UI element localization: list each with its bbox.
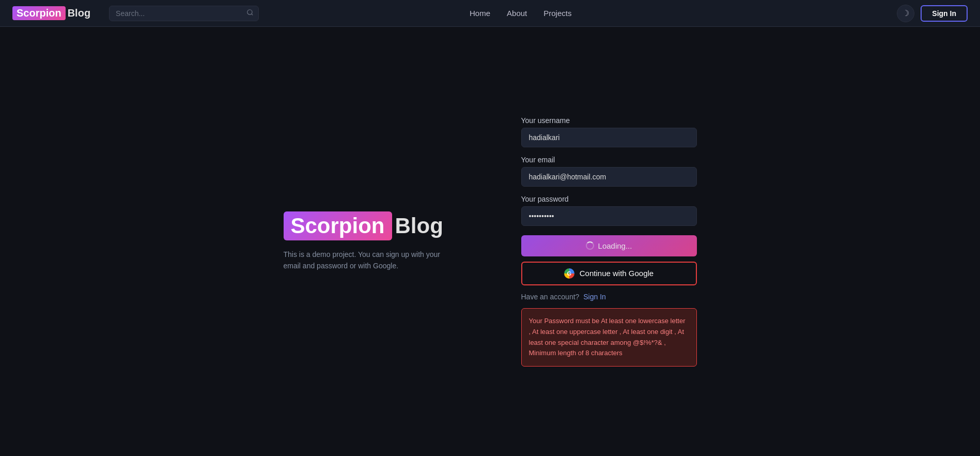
password-input[interactable]: [521, 206, 697, 226]
google-icon: G: [564, 268, 574, 279]
navbar-center: Home About Projects: [470, 9, 571, 18]
google-button-label: Continue with Google: [580, 269, 654, 278]
demo-description: This is a demo project. You can sign up …: [284, 249, 459, 272]
logo[interactable]: Scorpion Blog: [12, 6, 90, 20]
search-container: [109, 6, 259, 21]
logo-scorpion: Scorpion: [12, 6, 66, 20]
navbar-signin-button[interactable]: Sign In: [921, 5, 968, 22]
navbar-left: Scorpion Blog: [12, 6, 259, 21]
big-logo: Scorpion Blog: [284, 211, 443, 240]
loading-button[interactable]: Loading...: [521, 235, 697, 256]
main-content: Scorpion Blog This is a demo project. Yo…: [0, 27, 980, 456]
email-label: Your email: [521, 156, 697, 164]
search-input[interactable]: [109, 6, 259, 21]
nav-link-about[interactable]: About: [507, 9, 527, 18]
have-account-text: Have an account? Sign In: [521, 293, 697, 301]
username-input[interactable]: [521, 128, 697, 147]
username-label: Your username: [521, 116, 697, 125]
big-logo-blog: Blog: [395, 214, 443, 238]
signup-form: Your username Your email Your password L…: [521, 116, 697, 367]
loading-label: Loading...: [598, 241, 632, 250]
moon-icon: ☽: [902, 8, 909, 18]
password-label: Your password: [521, 195, 697, 203]
loading-spinner: [586, 241, 594, 250]
google-signin-button[interactable]: G Continue with Google: [521, 262, 697, 285]
logo-blog: Blog: [68, 7, 90, 19]
theme-toggle-button[interactable]: ☽: [897, 5, 914, 22]
signin-link[interactable]: Sign In: [583, 293, 606, 301]
left-panel: Scorpion Blog This is a demo project. Yo…: [284, 211, 459, 272]
nav-link-projects[interactable]: Projects: [543, 9, 571, 18]
nav-link-home[interactable]: Home: [470, 9, 490, 18]
email-input[interactable]: [521, 167, 697, 187]
navbar-right: ☽ Sign In: [897, 5, 968, 22]
navbar: Scorpion Blog Home About Projects ☽ Sign…: [0, 0, 980, 27]
big-logo-scorpion: Scorpion: [284, 211, 392, 240]
error-message-box: Your Password must be At least one lower…: [521, 308, 697, 367]
error-text: Your Password must be At least one lower…: [529, 317, 686, 357]
